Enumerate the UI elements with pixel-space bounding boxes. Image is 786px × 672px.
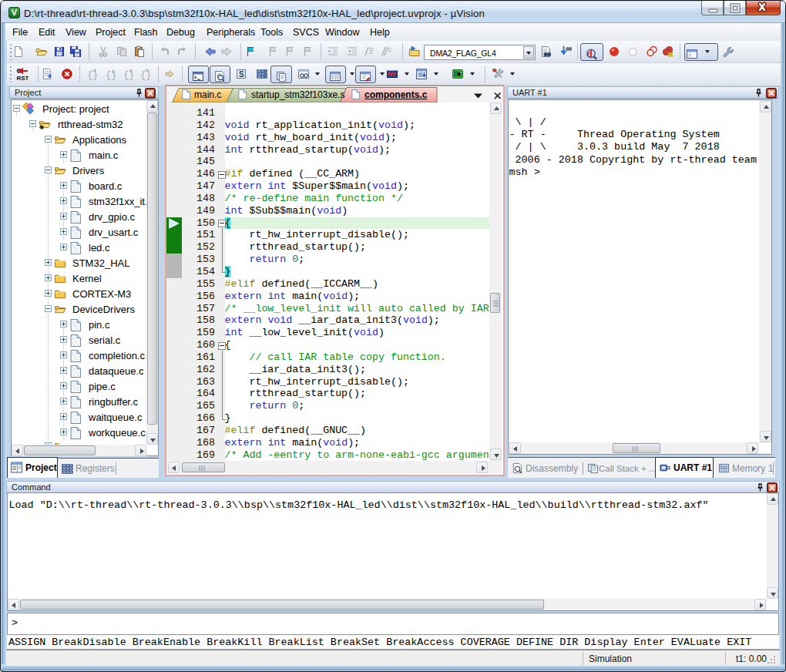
svg-text:S: S xyxy=(239,70,244,79)
svg-text:RST: RST xyxy=(17,75,29,81)
svg-text:{}: {} xyxy=(87,70,98,81)
svg-text:{}: {} xyxy=(123,70,134,81)
svg-text:{}: {} xyxy=(106,70,116,81)
svg-text:{}: {} xyxy=(140,70,151,81)
